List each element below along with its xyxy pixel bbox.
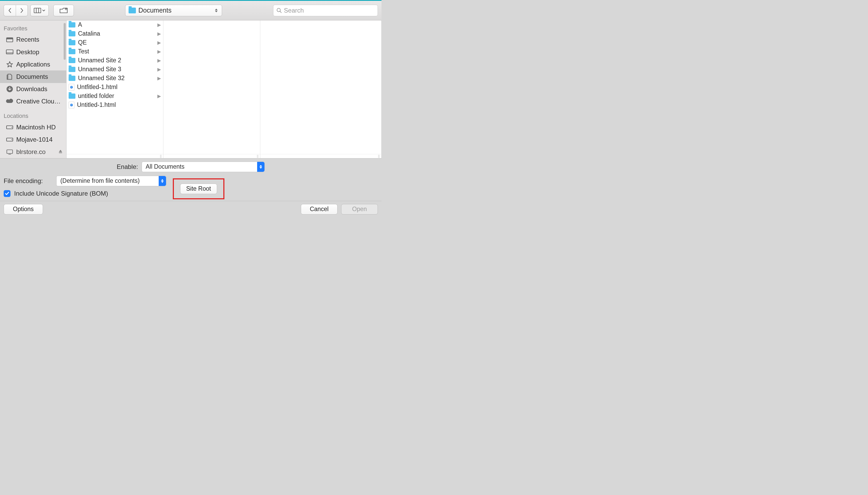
- file-row[interactable]: A▶: [67, 20, 163, 29]
- file-row[interactable]: Untfitled-1.html: [67, 83, 163, 92]
- svg-rect-16: [7, 150, 13, 153]
- path-popup[interactable]: Documents: [125, 5, 222, 16]
- file-name: Unnamed Site 32: [78, 75, 155, 82]
- sidebar-item-macintosh-hd[interactable]: Macintosh HD: [0, 121, 66, 133]
- bom-checkbox[interactable]: [4, 190, 11, 197]
- chevron-left-icon: [7, 7, 12, 13]
- column-resize-bar: || || ||: [67, 154, 382, 158]
- enable-row: Enable: All Documents: [4, 161, 378, 172]
- desktop-icon: [6, 49, 14, 55]
- cancel-button[interactable]: Cancel: [301, 204, 337, 215]
- disk-icon: [6, 136, 14, 143]
- file-row[interactable]: Unnamed Site 2▶: [67, 56, 163, 65]
- back-button[interactable]: [4, 5, 16, 16]
- encoding-select[interactable]: (Determine from file contents): [56, 176, 166, 186]
- file-name: Unnamed Site 3: [78, 66, 155, 73]
- sidebar-item-downloads[interactable]: Downloads: [0, 83, 66, 95]
- downloads-icon: [6, 86, 14, 92]
- chevron-right-icon: ▶: [157, 75, 161, 81]
- options-button-label: Options: [13, 206, 34, 213]
- chevron-right-icon: ▶: [157, 67, 161, 72]
- file-name: A: [78, 21, 155, 28]
- file-row[interactable]: QE▶: [67, 38, 163, 47]
- file-name: untitled folder: [78, 92, 155, 100]
- sidebar-item-documents[interactable]: Documents: [0, 70, 66, 83]
- applications-icon: [6, 61, 14, 68]
- recents-icon: [6, 36, 14, 43]
- check-icon: [5, 191, 10, 196]
- sidebar-item-creative-cloud[interactable]: Creative Clou…: [0, 95, 66, 108]
- select-stepper-icon: [159, 176, 166, 186]
- action-button[interactable]: [53, 5, 74, 16]
- sidebar-item-label: Macintosh HD: [16, 124, 56, 131]
- options-panel: Enable: All Documents File encoding: (De…: [0, 158, 382, 201]
- open-button-label: Open: [352, 206, 367, 213]
- view-mode-button[interactable]: [30, 5, 49, 16]
- open-button[interactable]: Open: [341, 204, 378, 215]
- search-icon: [277, 7, 282, 13]
- html-file-icon: [69, 84, 74, 91]
- file-name: Catalina: [78, 30, 155, 37]
- chevron-right-icon: ▶: [157, 93, 161, 99]
- column-browser: A▶Catalina▶QE▶Test▶Unnamed Site 2▶Unname…: [67, 20, 382, 158]
- bom-label: Include Unicode Signature (BOM): [14, 190, 108, 197]
- svg-rect-0: [34, 8, 41, 13]
- cancel-button-label: Cancel: [310, 206, 329, 213]
- path-label: Documents: [139, 6, 211, 14]
- sidebar-item-desktop[interactable]: Desktop: [0, 46, 66, 58]
- file-row[interactable]: Catalina▶: [67, 29, 163, 38]
- html-file-icon: [69, 102, 74, 108]
- search-field[interactable]: [273, 5, 378, 16]
- file-row[interactable]: Unnamed Site 32▶: [67, 74, 163, 83]
- bom-row: Include Unicode Signature (BOM) Site Roo…: [4, 190, 378, 201]
- enable-select[interactable]: All Documents: [142, 161, 265, 172]
- network-icon: [6, 149, 14, 155]
- column-resize-handle[interactable]: ||: [67, 154, 163, 158]
- column-resize-handle[interactable]: ||: [163, 154, 260, 158]
- folder-icon: [69, 22, 75, 28]
- sidebar-heading-favorites: Favorites: [0, 25, 66, 34]
- sidebar-item-mojave[interactable]: Mojave-1014: [0, 134, 66, 146]
- nav-group: [4, 5, 28, 16]
- sidebar-item-label: Creative Clou…: [16, 98, 60, 105]
- eject-icon[interactable]: [58, 149, 63, 155]
- file-name: Untfitled-1.html: [77, 84, 161, 91]
- column-1[interactable]: A▶Catalina▶QE▶Test▶Unnamed Site 2▶Unname…: [67, 20, 163, 158]
- encoding-value: (Determine from file contents): [56, 177, 159, 184]
- sidebar-item-label: Desktop: [16, 49, 39, 56]
- sidebar-item-network-share[interactable]: blrstore.co: [0, 146, 66, 158]
- creative-cloud-icon: [6, 98, 14, 105]
- chevron-right-icon: ▶: [157, 40, 161, 46]
- sidebar-scrollbar-thumb[interactable]: [64, 23, 66, 60]
- search-input[interactable]: [284, 7, 375, 14]
- file-name: Untitled-1.html: [77, 101, 161, 108]
- forward-button[interactable]: [16, 5, 28, 16]
- sidebar-item-recents[interactable]: Recents: [0, 34, 66, 46]
- file-name: Test: [78, 48, 155, 55]
- folder-icon: [69, 58, 75, 63]
- chevron-right-icon: ▶: [157, 31, 161, 37]
- sidebar-item-label: blrstore.co: [16, 148, 46, 156]
- column-3[interactable]: [260, 20, 382, 158]
- file-row[interactable]: untitled folder▶: [67, 92, 163, 101]
- sidebar-item-label: Documents: [16, 73, 48, 81]
- options-button[interactable]: Options: [4, 204, 43, 215]
- file-row[interactable]: Untitled-1.html: [67, 101, 163, 109]
- file-row[interactable]: Test▶: [67, 47, 163, 56]
- column-2[interactable]: [163, 20, 260, 158]
- file-row[interactable]: Unnamed Site 3▶: [67, 65, 163, 74]
- columns-icon: [34, 8, 41, 13]
- column-resize-handle[interactable]: ||: [260, 154, 382, 158]
- svg-rect-9: [6, 50, 13, 54]
- enable-label: Enable:: [117, 163, 138, 171]
- sidebar-item-label: Recents: [16, 36, 39, 43]
- sidebar-item-applications[interactable]: Applications: [0, 58, 66, 70]
- sidebar: Favorites Recents Desktop Applications D…: [0, 20, 67, 158]
- encoding-label: File encoding:: [4, 177, 43, 185]
- enable-value: All Documents: [142, 163, 257, 170]
- footer: Options Cancel Open: [0, 201, 382, 217]
- folder-icon: [69, 93, 75, 99]
- chevron-right-icon: [19, 7, 24, 13]
- select-stepper-icon: [257, 162, 264, 172]
- site-root-button[interactable]: Site Root: [180, 184, 217, 194]
